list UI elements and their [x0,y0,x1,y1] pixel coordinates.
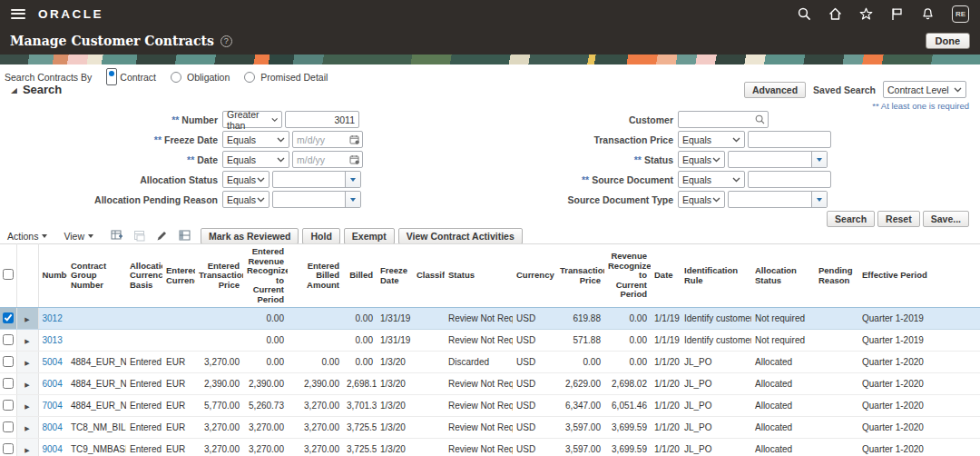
reset-button[interactable]: Reset [877,211,920,227]
row-expand-arrow-icon[interactable]: ▶ [24,425,29,431]
radio-icon[interactable] [106,68,117,85]
search-button[interactable]: Search [827,211,875,227]
column-header-billed[interactable]: Billed [343,244,377,308]
actions-menu[interactable]: Actions [7,231,47,242]
source-document-type-combobox[interactable] [729,192,811,207]
column-header-currency[interactable]: Currency [513,244,556,308]
contract-number-link[interactable]: 3013 [43,335,63,345]
date-operator-select[interactable]: Equals [222,151,289,168]
radio-option-obligation[interactable]: Obligation [171,72,230,83]
advanced-button[interactable]: Advanced [744,82,806,98]
search-section-header[interactable]: ◢ Search [11,83,62,96]
saved-search-select[interactable]: Contract Level [883,81,966,98]
row-expand-arrow-icon[interactable]: ▶ [24,338,29,344]
dropdown-button[interactable] [811,192,827,207]
favorites-star-icon[interactable] [859,7,873,21]
search-icon[interactable] [798,7,811,21]
column-header-allocation-currency-basis[interactable]: Allocation Currency Basis [126,244,162,308]
dropdown-button[interactable] [811,152,827,167]
table-row[interactable]: ▶30130.000.001/31/19Review Not RequiredU… [0,330,980,352]
table-row[interactable]: ▶8004TC8_NM_BILL_...EnteredEUR3,270.003,… [0,417,980,439]
column-header-effective-period[interactable]: Effective Period [858,244,980,308]
date-input[interactable] [293,152,347,167]
view-menu[interactable]: View [64,231,93,242]
column-header-classification[interactable]: Classific [413,244,445,308]
column-header-number[interactable]: Number [38,244,67,308]
column-header-contract-group-number[interactable]: Contract Group Number [67,244,126,308]
freeze-columns-icon[interactable] [178,229,191,243]
row-checkbox[interactable] [3,421,14,432]
radio-icon[interactable] [171,72,181,83]
flag-icon[interactable] [890,7,904,21]
contract-number-link[interactable]: 7004 [43,401,63,411]
navigator-menu-icon[interactable] [11,9,25,19]
customer-search-icon[interactable] [752,112,768,127]
dropdown-button[interactable] [345,192,360,207]
column-header-entered-currency[interactable]: Entered Currency [162,244,195,308]
column-header-freeze-date[interactable]: Freeze Date [377,244,413,308]
contract-number-link[interactable]: 3012 [43,313,63,323]
table-row[interactable]: ▶30120.000.001/31/19Review Not RequiredU… [0,308,980,330]
radio-option-contract[interactable]: Contract [106,68,156,85]
dropdown-button[interactable] [345,172,360,187]
column-header-pending-reason[interactable]: Pending Reason [815,244,858,308]
view-contract-activities-button[interactable]: View Contract Activities [398,228,523,244]
row-expand-arrow-icon[interactable]: ▶ [24,447,29,453]
allocation-status-operator-select[interactable]: Equals [222,171,270,188]
column-header-status[interactable]: Status [445,244,513,308]
done-button[interactable]: Done [926,33,971,49]
row-expand-arrow-icon[interactable]: ▶ [24,382,29,388]
source-document-input[interactable] [749,172,830,187]
source-document-operator-select[interactable]: Equals [678,171,745,188]
freeze-date-input[interactable] [293,132,347,147]
row-checkbox[interactable] [3,400,14,411]
radio-icon[interactable] [244,72,255,83]
allocation-pending-reason-operator-select[interactable]: Equals [222,191,270,208]
column-header-date[interactable]: Date [651,244,681,308]
row-expand-arrow-icon[interactable]: ▶ [24,360,29,366]
exempt-button[interactable]: Exempt [344,228,395,244]
column-header-allocation-status[interactable]: Allocation Status [751,244,815,308]
column-header-entered-billed-amount[interactable]: Entered Billed Amount [288,244,343,308]
number-input[interactable] [286,112,358,127]
calendar-icon[interactable] [347,132,362,147]
table-row[interactable]: ▶70044884_EUR_NM...EnteredEUR5,770.005,2… [0,395,980,417]
number-operator-select[interactable]: Greater than [222,111,282,128]
contract-number-link[interactable]: 6004 [43,379,63,389]
calendar-icon[interactable] [347,152,362,167]
table-row[interactable]: ▶9004TC9_NMBASICEnteredEUR3,270.003,270.… [0,439,980,456]
customer-input[interactable] [679,112,752,127]
column-header-revenue-recognized-to-current-period[interactable]: Revenue Recognized to Current Period [604,244,651,308]
row-expand-arrow-icon[interactable]: ▶ [24,403,29,410]
allocation-pending-reason-combobox[interactable] [273,192,345,207]
radio-option-promised-detail[interactable]: Promised Detail [244,72,328,83]
status-combobox[interactable] [729,152,811,167]
row-checkbox[interactable] [3,356,14,367]
status-operator-select[interactable]: Equals [678,151,725,168]
mark-as-reviewed-button[interactable]: Mark as Reviewed [201,228,299,244]
user-avatar[interactable]: RE [952,5,969,23]
column-header-entered-revenue-recognized-to-current-period[interactable]: Entered Revenue Recognized to Current Pe… [243,244,288,308]
help-icon[interactable]: ? [220,35,232,47]
row-checkbox[interactable] [3,443,14,454]
row-expand-arrow-icon[interactable]: ▶ [24,316,29,322]
detach-icon[interactable] [132,229,146,243]
transaction-price-input[interactable] [749,132,830,147]
contract-number-link[interactable]: 8004 [43,422,63,432]
row-checkbox[interactable] [3,334,14,345]
allocation-status-combobox[interactable] [273,172,345,187]
select-all-checkbox[interactable] [3,269,14,280]
row-checkbox[interactable] [3,378,14,389]
column-header-transaction-price[interactable]: Transaction Price [556,244,604,308]
column-header-entered-transaction-price[interactable]: Entered Transaction Price [195,244,243,308]
contract-number-link[interactable]: 5004 [43,357,63,367]
save-search-button[interactable]: Save... [923,211,969,227]
home-icon[interactable] [828,7,842,21]
contract-number-link[interactable]: 9004 [43,444,63,454]
table-row[interactable]: ▶60044884_EUR_NM...EnteredEUR2,390.002,3… [0,373,980,395]
freeze-date-operator-select[interactable]: Equals [222,131,289,148]
export-to-excel-icon[interactable] [110,229,123,243]
table-row[interactable]: ▶50044884_EUR_NM...EnteredEUR3,270.000.0… [0,352,980,373]
column-header-identification-rule[interactable]: Identification Rule [681,244,751,308]
row-checkbox[interactable] [3,312,14,323]
